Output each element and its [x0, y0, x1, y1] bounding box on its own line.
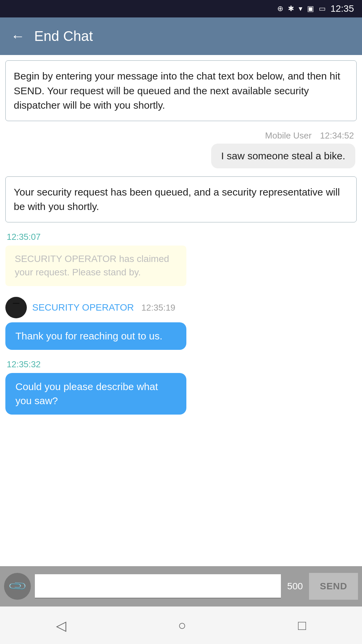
- nav-recent-button[interactable]: □: [298, 618, 306, 633]
- user-message-bubble: I saw someone steal a bike.: [211, 144, 355, 168]
- chat-input[interactable]: [35, 574, 281, 598]
- system-response-text: Your security request has been queued, a…: [14, 186, 340, 212]
- system-notify-bubble: SECURITY OPERATOR has claimed your reque…: [5, 246, 186, 286]
- status-time: 12:35: [330, 3, 354, 14]
- user-name-label: Mobile User: [265, 130, 312, 141]
- notify-timestamp: 12:35:07: [5, 232, 357, 242]
- status-bar: ⊕ ✱ ▾ ▣ ▭ 12:35: [0, 0, 362, 17]
- operator-message-1-text: Thank you for reaching out to us.: [15, 330, 163, 341]
- signal-icon: ▣: [307, 4, 314, 13]
- bluetooth-icon: ✱: [288, 4, 294, 13]
- operator-message-2: Could you please describe what you saw?: [5, 373, 186, 415]
- page-title: End Chat: [34, 28, 93, 44]
- location-icon: ⊕: [277, 4, 283, 13]
- info-box-text: Begin by entering your message into the …: [14, 70, 340, 111]
- operator-time-1-label: 12:35:19: [141, 303, 175, 313]
- operator-avatar-icon: [9, 301, 23, 314]
- info-box: Begin by entering your message into the …: [5, 60, 357, 121]
- notify-time-label: 12:35:07: [7, 232, 41, 242]
- wifi-icon: ▾: [299, 4, 302, 13]
- nav-back-button[interactable]: ◁: [56, 618, 66, 633]
- operator-message-1: Thank you for reaching out to us.: [5, 322, 186, 350]
- operator-avatar: [5, 297, 27, 318]
- nav-bar: ◁ ○ □: [0, 606, 362, 644]
- operator-time-2-label: 12:35:32: [7, 359, 41, 369]
- attach-button[interactable]: 📎: [4, 573, 31, 600]
- operator-name-label: SECURITY OPERATOR: [32, 302, 134, 313]
- back-button[interactable]: ←: [11, 29, 25, 43]
- svg-rect-2: [12, 304, 20, 305]
- operator-info: SECURITY OPERATOR 12:35:19: [32, 302, 175, 313]
- app-bar: ← End Chat: [0, 17, 362, 55]
- user-message-timestamp: Mobile User 12:34:52: [5, 130, 357, 141]
- char-count: 500: [285, 581, 305, 592]
- operator-row-1: SECURITY OPERATOR 12:35:19: [5, 297, 357, 318]
- system-response-box: Your security request has been queued, a…: [5, 176, 357, 222]
- operator-message-2-text: Could you please describe what you saw?: [15, 381, 158, 406]
- operator-timestamp-2: 12:35:32: [5, 359, 357, 370]
- user-message-text: I saw someone steal a bike.: [221, 150, 345, 161]
- attach-icon: 📎: [7, 576, 28, 597]
- status-icons: ⊕ ✱ ▾ ▣ ▭ 12:35: [277, 3, 354, 14]
- input-bar: 📎 500 SEND: [0, 566, 362, 606]
- system-notify-text: SECURITY OPERATOR has claimed your reque…: [15, 254, 169, 278]
- battery-icon: ▭: [319, 4, 326, 13]
- chat-container: Begin by entering your message into the …: [0, 55, 362, 566]
- nav-home-button[interactable]: ○: [178, 618, 186, 633]
- send-button[interactable]: SEND: [309, 573, 358, 600]
- user-time-label: 12:34:52: [320, 130, 354, 141]
